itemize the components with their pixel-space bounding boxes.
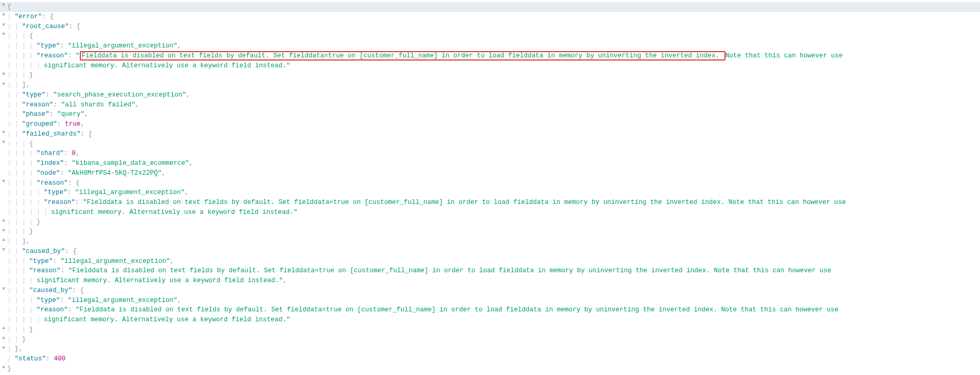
fold-collapse-icon[interactable] <box>0 129 7 137</box>
json-line: ||||"node": "AkH8MrfPS4-5KQ-T2x22PQ", <box>0 168 980 178</box>
json-line: ||||"index": "kibana_sample_data_ecommer… <box>0 159 980 168</box>
json-line: |"error": { <box>0 12 980 22</box>
json-line: |||{ <box>0 31 980 41</box>
fold-expand-icon[interactable] <box>0 325 7 332</box>
fold-collapse-icon[interactable] <box>0 22 7 29</box>
json-line: ||"root_cause": [ <box>0 22 980 32</box>
json-response-viewer: {|"error": {||"root_cause": [|||{||||"ty… <box>0 0 980 375</box>
fold-collapse-icon[interactable] <box>0 31 7 39</box>
json-line: ||||"reason": { <box>0 178 980 188</box>
json-line: ||||significant memory. Alternatively us… <box>0 276 980 286</box>
json-line: ||} <box>0 335 980 345</box>
json-line: |||{ <box>0 139 980 149</box>
json-line: ||||"reason": "Fielddata is disabled on … <box>0 305 980 315</box>
json-line: ||"grouped": true, <box>0 119 980 129</box>
fold-expand-icon[interactable] <box>0 344 7 352</box>
json-line: ||"reason": "all shards failed", <box>0 100 980 110</box>
json-line: ||], <box>0 237 980 247</box>
json-line: { <box>0 2 980 12</box>
fold-expand-icon[interactable] <box>0 70 7 78</box>
json-line: ||||"type": "illegal_argument_exception"… <box>0 296 980 306</box>
json-line: ||"phase": "query", <box>0 110 980 119</box>
highlighted-error-reason: Fielddata is disabled on text fields by … <box>80 51 725 61</box>
json-line: ||||} <box>0 217 980 227</box>
fold-collapse-icon[interactable] <box>0 139 7 147</box>
json-line: |||||"type": "illegal_argument_exception… <box>0 188 980 198</box>
fold-collapse-icon[interactable] <box>0 247 7 254</box>
json-line: ||"type": "search_phase_execution_except… <box>0 90 980 100</box>
fold-collapse-icon[interactable] <box>0 2 7 9</box>
json-line: |||||"reason": "Fielddata is disabled on… <box>0 198 980 208</box>
fold-expand-icon[interactable] <box>0 335 7 342</box>
fold-expand-icon[interactable] <box>0 237 7 244</box>
json-line: |||||significant memory. Alternatively u… <box>0 61 980 71</box>
json-line: } <box>0 364 980 374</box>
fold-collapse-icon[interactable] <box>0 12 7 19</box>
json-line: |||||significant memory. Alternatively u… <box>0 315 980 325</box>
json-line: ||||"reason": "Fielddata is disabled on … <box>0 51 980 61</box>
fold-expand-icon[interactable] <box>0 227 7 234</box>
fold-collapse-icon[interactable] <box>0 286 7 293</box>
fold-expand-icon[interactable] <box>0 80 7 88</box>
json-line: ||||||significant memory. Alternatively … <box>0 208 980 217</box>
json-line: |||} <box>0 70 980 80</box>
fold-collapse-icon[interactable] <box>0 178 7 186</box>
json-line: |||"type": "illegal_argument_exception", <box>0 257 980 267</box>
json-line: |||"caused_by": { <box>0 286 980 296</box>
json-line: |}, <box>0 344 980 354</box>
json-line: ||||"type": "illegal_argument_exception"… <box>0 41 980 51</box>
json-line: |||} <box>0 325 980 335</box>
json-line: |"status": 400 <box>0 354 980 364</box>
json-line: ||], <box>0 80 980 90</box>
json-line: ||||"shard": 0, <box>0 149 980 159</box>
json-line: |||"reason": "Fielddata is disabled on t… <box>0 266 980 276</box>
fold-expand-icon[interactable] <box>0 217 7 225</box>
json-line: ||"failed_shards": [ <box>0 129 980 139</box>
json-line: ||"caused_by": { <box>0 247 980 257</box>
json-line: |||} <box>0 227 980 237</box>
fold-expand-icon[interactable] <box>0 364 7 371</box>
